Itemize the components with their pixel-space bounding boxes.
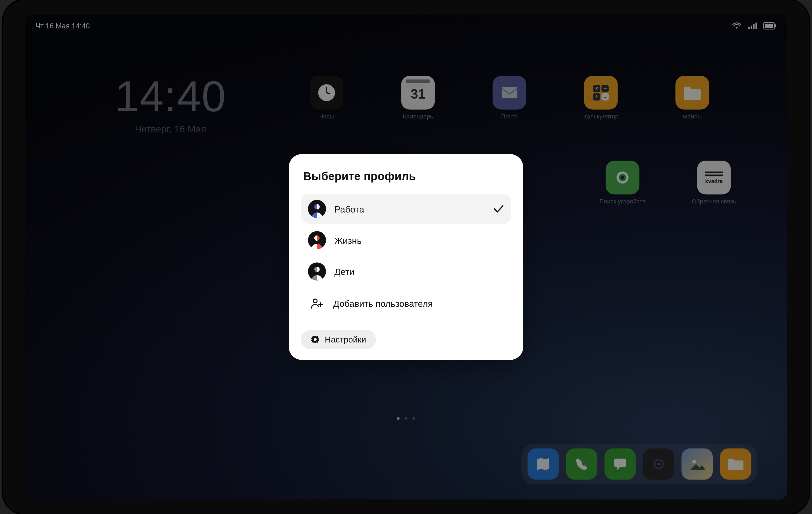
- svg-point-27: [313, 299, 317, 303]
- modal-title: Выберите профиль: [301, 170, 511, 183]
- avatar-icon: [308, 262, 326, 280]
- gear-icon: [310, 335, 320, 344]
- profile-picker-modal: Выберите профиль Работа Жизнь: [289, 154, 523, 360]
- app-feedback[interactable]: kvadra Обратная связь: [695, 161, 733, 205]
- settings-label: Настройки: [325, 335, 366, 344]
- svg-text:×: ×: [595, 85, 598, 92]
- profile-label: Жизнь: [335, 235, 504, 245]
- tablet-frame: Чт 16 Мая 14:40 14:40 Четверг, 16 Мая: [3, 0, 809, 514]
- app-label: Калькулятор: [583, 113, 618, 120]
- svg-rect-10: [502, 87, 517, 98]
- app-label: Файлы: [683, 113, 702, 120]
- svg-text:÷: ÷: [595, 93, 598, 100]
- svg-point-26: [692, 460, 696, 463]
- svg-text:−: −: [603, 85, 607, 92]
- status-bar: Чт 16 Мая 14:40: [25, 15, 787, 37]
- app-row-1: Часы 31 Календарь Почта ×−÷=: [308, 76, 733, 120]
- wifi-icon: [732, 22, 742, 29]
- page-dot: [412, 417, 415, 420]
- dock-messages[interactable]: [604, 448, 636, 480]
- dock-camera[interactable]: [643, 448, 674, 480]
- app-label: Почта: [501, 113, 518, 120]
- page-dot: [404, 417, 407, 420]
- app-label: Обратная связь: [692, 198, 736, 205]
- profile-label: Работа: [335, 204, 485, 214]
- svg-rect-0: [748, 27, 750, 29]
- clock-icon: [310, 76, 344, 110]
- status-datetime: Чт 16 Мая 14:40: [36, 22, 90, 30]
- check-icon: [493, 205, 504, 213]
- svg-rect-22: [614, 459, 626, 467]
- svg-point-25: [658, 463, 660, 465]
- dock: [521, 444, 757, 484]
- clock-time: 14:40: [115, 75, 226, 118]
- app-files[interactable]: Файлы: [673, 76, 712, 120]
- battery-icon: [763, 22, 776, 29]
- avatar-icon: [308, 231, 326, 249]
- profile-item-kids[interactable]: Дети: [301, 256, 511, 287]
- profile-item-life[interactable]: Жизнь: [301, 225, 511, 255]
- svg-rect-5: [765, 24, 773, 28]
- app-label: Календарь: [403, 113, 433, 120]
- svg-rect-6: [775, 24, 776, 27]
- app-device-search[interactable]: Поиск устройств: [603, 161, 642, 205]
- app-clock[interactable]: Часы: [308, 76, 346, 120]
- dock-maps[interactable]: [528, 448, 559, 480]
- mail-icon: [493, 76, 526, 110]
- files-icon: [675, 76, 709, 110]
- app-label: Часы: [319, 113, 334, 120]
- app-label: Поиск устройств: [600, 198, 646, 205]
- svg-rect-2: [753, 24, 755, 29]
- search-icon: [606, 161, 640, 194]
- svg-point-29: [314, 338, 317, 341]
- svg-rect-1: [751, 25, 752, 29]
- app-mail[interactable]: Почта: [490, 76, 529, 120]
- settings-button[interactable]: Настройки: [301, 330, 376, 349]
- profile-item-work[interactable]: Работа: [301, 194, 511, 224]
- page-indicator: [397, 417, 415, 420]
- add-user-icon: [309, 297, 325, 309]
- screen: Чт 16 Мая 14:40 14:40 Четверг, 16 Мая: [25, 15, 787, 499]
- page-dot: [397, 417, 400, 420]
- svg-rect-3: [755, 23, 757, 29]
- app-calendar[interactable]: 31 Календарь: [399, 76, 437, 120]
- add-user-label: Добавить пользователя: [333, 298, 433, 308]
- add-user-button[interactable]: Добавить пользователя: [301, 290, 511, 314]
- signal-icon: [748, 22, 757, 29]
- calculator-icon: ×−÷=: [584, 76, 618, 110]
- avatar-icon: [308, 200, 326, 218]
- clock-widget: 14:40 Четверг, 16 Мая: [115, 75, 226, 135]
- dock-files[interactable]: [720, 448, 751, 480]
- profile-label: Дети: [335, 266, 504, 276]
- svg-text:=: =: [603, 93, 607, 100]
- clock-date: Четверг, 16 Мая: [115, 124, 226, 135]
- kvadra-icon: kvadra: [697, 161, 731, 194]
- dock-phone[interactable]: [566, 448, 597, 480]
- dock-gallery[interactable]: [682, 448, 713, 480]
- app-calculator[interactable]: ×−÷= Калькулятор: [582, 76, 620, 120]
- calendar-icon: 31: [401, 76, 435, 110]
- svg-point-21: [621, 176, 624, 179]
- status-right: [732, 22, 776, 29]
